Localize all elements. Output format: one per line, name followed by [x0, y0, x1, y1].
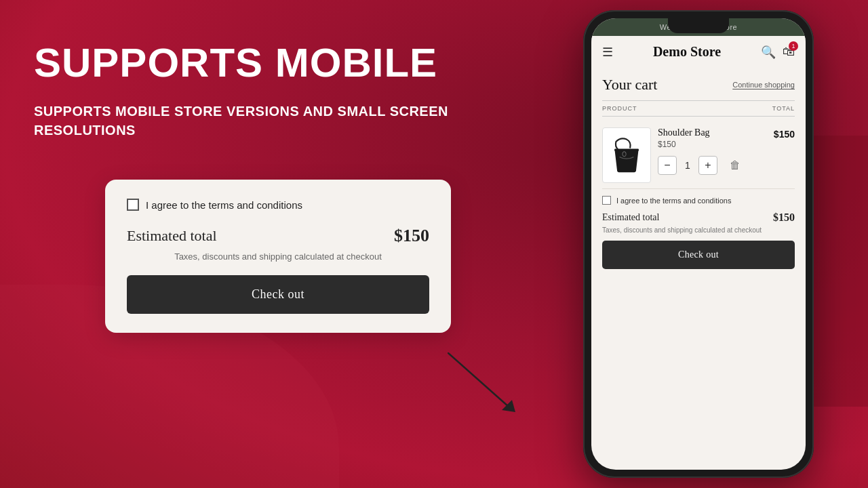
bag-svg: [609, 134, 644, 176]
estimated-total-label: Estimated total: [127, 227, 217, 245]
terms-label: I agree to the terms and conditions: [146, 199, 302, 211]
phone-terms-label: I agree to the terms and conditions: [616, 197, 731, 205]
estimated-total-price: $150: [394, 226, 429, 246]
store-header: ☰ Demo Store 🔍 🛍 1: [591, 36, 806, 68]
card-total-row: Estimated total $150: [127, 226, 429, 246]
connector-line: [448, 352, 529, 413]
phone-wrapper: Welcome to our store ☰ Demo Store 🔍 🛍 1 …: [583, 10, 814, 478]
cart-title: Your cart: [602, 76, 657, 94]
store-icons: 🔍 🛍 1: [761, 45, 795, 60]
svg-line-0: [448, 352, 509, 407]
cart-header: Your cart Continue shopping: [602, 76, 795, 94]
left-panel: SUPPORTS MOBILE SUPPORTS MOBILE STORE VE…: [34, 41, 454, 140]
col-product-label: PRODUCT: [602, 105, 637, 112]
qty-row: − 1 + 🗑: [658, 156, 767, 175]
main-title: SUPPORTS MOBILE: [34, 41, 454, 85]
qty-increase-button[interactable]: +: [698, 156, 717, 175]
phone-tax-text: Taxes, discounts and shipping calculated…: [602, 226, 795, 234]
phone-total-price: $150: [773, 211, 795, 224]
cart-content: Your cart Continue shopping PRODUCT TOTA…: [591, 68, 806, 189]
qty-value: 1: [681, 160, 694, 171]
cart-table-header: PRODUCT TOTAL: [602, 100, 795, 117]
col-total-label: TOTAL: [772, 105, 795, 112]
phone-terms-checkbox[interactable]: [602, 196, 611, 205]
card-checkbox-row: I agree to the terms and conditions: [127, 199, 429, 211]
continue-shopping-link[interactable]: Continue shopping: [732, 81, 795, 89]
delete-product-button[interactable]: 🗑: [726, 156, 745, 175]
product-row: Shoulder Bag $150 − 1 + 🗑 $150: [602, 122, 795, 189]
cart-badge: 1: [789, 41, 798, 51]
cart-icon-wrapper[interactable]: 🛍 1: [783, 45, 795, 59]
phone-notch: [668, 18, 729, 33]
product-price-small: $150: [658, 140, 767, 149]
product-name: Shoulder Bag: [658, 127, 767, 138]
phone-device: Welcome to our store ☰ Demo Store 🔍 🛍 1 …: [583, 10, 814, 478]
store-name: Demo Store: [653, 44, 721, 60]
phone-checkout-button[interactable]: Check out: [602, 241, 795, 269]
terms-checkbox[interactable]: [127, 199, 139, 211]
popup-card: I agree to the terms and conditions Esti…: [105, 180, 451, 333]
card-checkout-button[interactable]: Check out: [127, 275, 429, 314]
product-info: Shoulder Bag $150 − 1 + 🗑: [658, 127, 767, 175]
cart-footer: I agree to the terms and conditions Esti…: [591, 189, 806, 274]
phone-total-row: Estimated total $150: [602, 211, 795, 224]
search-icon[interactable]: 🔍: [761, 45, 776, 60]
product-total: $150: [774, 127, 795, 140]
qty-decrease-button[interactable]: −: [658, 156, 677, 175]
phone-checkbox-row: I agree to the terms and conditions: [602, 196, 795, 205]
menu-icon[interactable]: ☰: [602, 45, 613, 60]
phone-screen: Welcome to our store ☰ Demo Store 🔍 🛍 1 …: [591, 18, 806, 470]
product-image: [602, 127, 651, 183]
sub-title: SUPPORTS MOBILE STORE VERSIONS AND SMALL…: [34, 102, 454, 140]
card-tax-text: Taxes, discounts and shipping calculated…: [127, 251, 429, 262]
phone-estimated-total-label: Estimated total: [602, 212, 659, 223]
